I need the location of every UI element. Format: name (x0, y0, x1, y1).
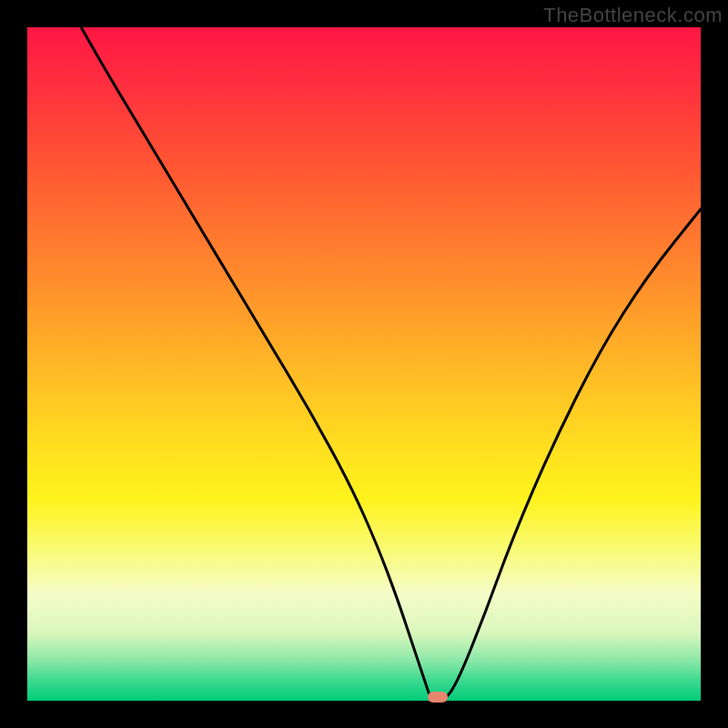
chart-frame: TheBottleneck.com (0, 0, 728, 728)
curve-svg (27, 27, 701, 701)
watermark-text: TheBottleneck.com (543, 4, 723, 27)
optimum-marker (428, 692, 448, 703)
plot-area (27, 27, 701, 701)
bottleneck-curve (81, 27, 701, 701)
